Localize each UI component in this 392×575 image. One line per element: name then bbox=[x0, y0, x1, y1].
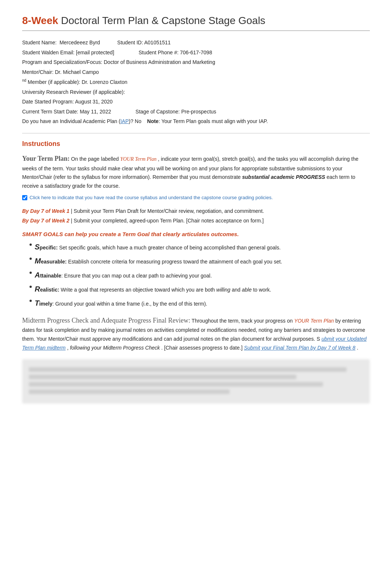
instructions-title: Instructions bbox=[22, 140, 370, 148]
student-term-start-label: Current Term Start Date: bbox=[22, 109, 78, 115]
bullet-dot bbox=[30, 286, 32, 288]
smart-timely-text: Timely: Ground your goal within a time f… bbox=[35, 297, 207, 309]
your-term-plan-italic: YOUR Term Plan bbox=[120, 156, 157, 162]
midterm-body1: Throughout the term, track your progress… bbox=[192, 318, 294, 324]
syllabus-checkbox-label: Click here to indicate that you have rea… bbox=[30, 194, 273, 202]
midterm-block: Midterm Progress Check and Adequate Prog… bbox=[22, 315, 370, 353]
smart-item-specific: Specific: Set specific goals, which have… bbox=[30, 241, 370, 253]
student-date-started-row: Date Started Program: August 31, 2020 bbox=[22, 97, 370, 107]
student-email-value: [email protected] bbox=[76, 50, 114, 55]
by-day-week2-text: | Submit your completed, agreed-upon Ter… bbox=[71, 218, 264, 224]
midterm-body3: , following your Midterm Progress Check bbox=[67, 345, 160, 351]
student-name-value: Mercedeeez Byrd bbox=[59, 40, 100, 45]
bullet-dot bbox=[30, 258, 32, 260]
divider-1 bbox=[22, 133, 370, 133]
midterm-period: . bbox=[357, 345, 358, 351]
smart-t-letter: Timely bbox=[35, 301, 52, 307]
syllabus-checkbox-row[interactable]: Click here to indicate that you have rea… bbox=[22, 194, 370, 202]
by-day-week2-row: By Day 7 of Week 2 | Submit your complet… bbox=[22, 217, 370, 225]
stage-value: Pre-prospectus bbox=[181, 109, 216, 115]
midterm-final-link[interactable]: Submit your Final Term Plan by Day 7 of … bbox=[244, 345, 355, 351]
smart-specific-text: Specific: Set specific goals, which have… bbox=[35, 241, 281, 253]
midterm-heading-label: Midterm Progress Check and Adequate Prog… bbox=[22, 317, 190, 324]
by-day-week2-label: By Day 7 of Week 2 bbox=[22, 218, 69, 224]
midterm-your-term-plan: YOUR Term Plan bbox=[294, 318, 334, 324]
student-date-started-value: August 31, 2020 bbox=[75, 99, 113, 105]
student-mentor-row: Mentor/Chair: Dr. Michael Campo bbox=[22, 67, 370, 77]
student-term-start-row: Current Term Start Date: May 11, 2022 St… bbox=[22, 107, 370, 117]
student-reviewer-label: University Research Reviewer (if applica… bbox=[22, 89, 125, 95]
smart-measurable-text: Measurable: Establish concrete criteria … bbox=[35, 255, 282, 267]
midterm-body4: . [Chair assesses progress to date.] bbox=[161, 345, 244, 351]
smart-goals-heading: SMART GOALS can help you create a Term G… bbox=[22, 231, 370, 237]
iap-link[interactable]: IAP bbox=[120, 118, 129, 124]
student-date-started-label: Date Started Program: bbox=[22, 99, 74, 105]
student-name-row: Student Name: Mercedeeez Byrd Student ID… bbox=[22, 38, 370, 48]
bullet-dot bbox=[30, 244, 32, 246]
blurred-content-section bbox=[22, 359, 370, 404]
student-phone-value: 706-617-7098 bbox=[180, 50, 212, 55]
term-plan-label: Your Term Plan: bbox=[22, 155, 70, 162]
by-day-week1-row: By Day 7 of Week 1 | Submit your Term Pl… bbox=[22, 207, 370, 215]
iap-text-suffix: )? No Note: Your Term Plan goals must al… bbox=[129, 118, 268, 124]
smart-m-letter: Measurable: bbox=[35, 259, 67, 265]
student-member2-label: nd Member (if applicable): bbox=[22, 79, 80, 85]
smart-attainable-text: Attainable: Ensure that you can map out … bbox=[35, 269, 212, 281]
smart-item-timely: Timely: Ground your goal within a time f… bbox=[30, 297, 370, 309]
student-program-label: Program and Specialization/Focus: bbox=[22, 59, 102, 65]
page-title: 8-Week Doctoral Term Plan & Capstone Sta… bbox=[22, 15, 370, 31]
term-plan-intro-detail: On the page labelled bbox=[71, 156, 120, 162]
student-reviewer-row: University Research Reviewer (if applica… bbox=[22, 87, 370, 97]
bullet-dot bbox=[30, 300, 32, 302]
substantial-italic: substantial academic PROGRESS bbox=[242, 174, 325, 180]
smart-s-letter: Specific: bbox=[35, 245, 58, 251]
smart-r-letter: Realistic: bbox=[35, 287, 59, 293]
iap-text-prefix: Do you have an Individual Academic Plan … bbox=[22, 118, 120, 124]
student-info-block: Student Name: Mercedeeez Byrd Student ID… bbox=[22, 38, 370, 126]
student-member2-value: Dr. Lorenzo Claxton bbox=[82, 79, 127, 85]
bullet-dot bbox=[30, 272, 32, 274]
student-program-row: Program and Specialization/Focus: Doctor… bbox=[22, 57, 370, 67]
smart-item-attainable: Attainable: Ensure that you can map out … bbox=[30, 269, 370, 281]
smart-goals-heading-text: SMART GOALS can help you create a Term G… bbox=[22, 231, 239, 237]
smart-item-realistic: Realistic: Write a goal that represents … bbox=[30, 283, 370, 295]
student-member2-row: nd Member (if applicable): Dr. Lorenzo C… bbox=[22, 77, 370, 87]
student-id-value: A01051511 bbox=[144, 40, 171, 45]
syllabus-checkbox[interactable] bbox=[22, 195, 27, 200]
stage-label: Stage of Capstone: bbox=[135, 109, 180, 115]
student-mentor-label: Mentor/Chair: bbox=[22, 69, 54, 75]
title-main: Doctoral Term Plan & Capstone Stage Goal… bbox=[58, 15, 265, 26]
title-week-highlight: 8-Week bbox=[22, 15, 58, 26]
student-email-label: Student Walden Email: bbox=[22, 50, 75, 55]
smart-realistic-text: Realistic: Write a goal that represents … bbox=[35, 283, 271, 295]
student-program-value: Doctor of Business Administration and Ma… bbox=[104, 59, 215, 65]
term-plan-paragraph: Your Term Plan: On the page labelled YOU… bbox=[22, 153, 370, 191]
smart-item-measurable: Measurable: Establish concrete criteria … bbox=[30, 255, 370, 267]
student-mentor-value: Dr. Michael Campo bbox=[55, 69, 99, 75]
smart-a-letter: Attainable bbox=[35, 273, 61, 279]
smart-goals-list: Specific: Set specific goals, which have… bbox=[22, 241, 370, 309]
student-name-label: Student Name: bbox=[22, 40, 56, 45]
student-email-row: Student Walden Email: [email protected] … bbox=[22, 48, 370, 58]
midterm-paragraph: Midterm Progress Check and Adequate Prog… bbox=[22, 315, 370, 353]
iap-row: Do you have an Individual Academic Plan … bbox=[22, 116, 370, 126]
student-term-start-value: May 11, 2022 bbox=[80, 109, 111, 115]
by-day-week1-label: By Day 7 of Week 1 bbox=[22, 208, 69, 214]
student-id-label: Student ID: bbox=[117, 40, 143, 45]
by-day-week1-text: | Submit your Term Plan Draft for Mentor… bbox=[71, 208, 264, 214]
student-phone-label: Student Phone #: bbox=[138, 50, 178, 55]
instructions-block: Your Term Plan: On the page labelled YOU… bbox=[22, 153, 370, 225]
